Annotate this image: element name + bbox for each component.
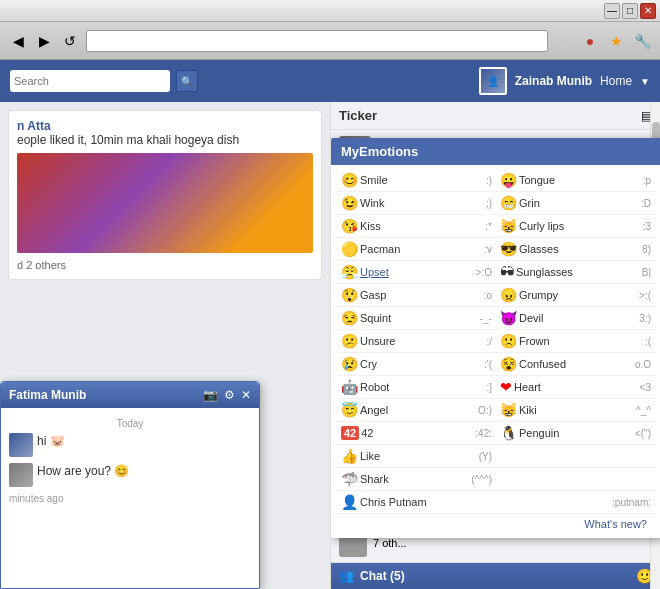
emotion-42[interactable]: 42 42 :42:	[337, 422, 496, 444]
emotion-row-12: 42 42 :42: 🐧 Penguin <(")	[337, 422, 655, 445]
emotion-kiss[interactable]: 😘 Kiss :*	[337, 215, 496, 237]
right-sidebar: Ticker ▤ Steve Grant and Christo Topalev…	[330, 102, 660, 589]
search-button[interactable]: 🔍	[176, 70, 198, 92]
chat-title: Fatima Munib	[9, 388, 86, 402]
emotion-empty2	[496, 468, 655, 490]
chat-date: Today	[9, 418, 251, 429]
chat-header: Fatima Munib 📷 ⚙ ✕	[1, 382, 259, 408]
emotion-row-13: 👍 Like (Y)	[337, 445, 655, 468]
search-input[interactable]	[10, 70, 170, 92]
tongue-label: Tongue	[519, 174, 555, 186]
emotion-cry[interactable]: 😢 Cry :'(	[337, 353, 496, 375]
tongue-code: :p	[643, 175, 651, 186]
feed-post: n Atta eople liked it, 10min ma khali ho…	[8, 110, 322, 280]
emotion-row-9: 😢 Cry :'( 😵 Confused o.O	[337, 353, 655, 376]
emotion-heart[interactable]: ❤ Heart <3	[496, 376, 655, 398]
emotion-grin[interactable]: 😁 Grin :D	[496, 192, 655, 214]
emotion-row-4: 🟡 Pacman :v 😎 Glasses 8)	[337, 238, 655, 261]
chat-avatar-2	[9, 463, 33, 487]
emotion-unsure[interactable]: 😕 Unsure :/	[337, 330, 496, 352]
chat-bar[interactable]: 👥 Chat (5) 🙂	[331, 563, 660, 589]
chat-controls: 📷 ⚙ ✕	[203, 388, 251, 402]
post-image	[17, 153, 313, 253]
main-area: n Atta eople liked it, 10min ma khali ho…	[0, 102, 660, 589]
emotion-grumpy[interactable]: 😠 Grumpy >:(	[496, 284, 655, 306]
ticker-title: Ticker	[339, 108, 377, 123]
chat-close-icon[interactable]: ✕	[241, 388, 251, 402]
back-icon[interactable]: ◀	[8, 31, 28, 51]
emotion-row-5: 😤 Upset >:O 🕶 Sunglasses B|	[337, 261, 655, 284]
emotion-row-11: 😇 Angel O:) 😸 Kiki ^_^	[337, 399, 655, 422]
post-text: eople liked it, 10min ma khali hogeya di…	[17, 133, 313, 147]
emotion-robot[interactable]: 🤖 Robot :]	[337, 376, 496, 398]
emotion-sunglasses[interactable]: 🕶 Sunglasses B|	[496, 261, 655, 283]
avatar: 👤	[479, 67, 507, 95]
emotion-row-6: 😲 Gasp :o 😠 Grumpy >:(	[337, 284, 655, 307]
emotion-row-3: 😘 Kiss :* 😸 Curly lips :3	[337, 215, 655, 238]
wrench-icon[interactable]: 🔧	[632, 31, 652, 51]
username: Zainab Munib	[515, 74, 592, 88]
chat-message-1: hi 🐷	[9, 433, 251, 457]
emotion-wink[interactable]: 😉 Wink ;)	[337, 192, 496, 214]
tongue-emoji-icon: 😛	[500, 172, 517, 188]
emotion-row-1: 😊 Smile :) 😛 Tongue :p	[337, 169, 655, 192]
home-link[interactable]: Home	[600, 74, 632, 88]
user-area: 👤 Zainab Munib Home ▼	[479, 67, 650, 95]
emotion-tongue[interactable]: 😛 Tongue :p	[496, 169, 655, 191]
dropdown-icon[interactable]: ▼	[640, 76, 650, 87]
emotion-kiki[interactable]: 😸 Kiki ^_^	[496, 399, 655, 421]
window-chrome: — □ ✕	[0, 0, 660, 22]
myemotions-title: MyEmotions	[331, 138, 660, 165]
emotion-row-7: 😒 Squint -_- 😈 Devil 3:)	[337, 307, 655, 330]
emotion-pacman[interactable]: 🟡 Pacman :v	[337, 238, 496, 260]
emotion-upset[interactable]: 😤 Upset >:O	[337, 261, 496, 283]
settings-icon[interactable]: ⚙	[224, 388, 235, 402]
emotion-curly-lips[interactable]: 😸 Curly lips :3	[496, 215, 655, 237]
emotion-like[interactable]: 👍 Like (Y)	[337, 445, 496, 467]
sidebar-text-3: 7 oth...	[373, 537, 407, 549]
chat-text-1: hi 🐷	[37, 433, 65, 450]
emotion-devil[interactable]: 😈 Devil 3:)	[496, 307, 655, 329]
emotion-frown[interactable]: 🙁 Frown :(	[496, 330, 655, 352]
video-icon[interactable]: 📷	[203, 388, 218, 402]
browser-toolbar: ◀ ▶ ↺ ☆ ● ★ 🔧	[0, 22, 660, 60]
emotion-shark[interactable]: 🦈 Shark (^^^)	[337, 468, 496, 490]
stop-icon[interactable]: ●	[580, 31, 600, 51]
emotion-empty	[496, 445, 655, 467]
minimize-button[interactable]: —	[604, 3, 620, 19]
forward-icon[interactable]: ▶	[34, 31, 54, 51]
maximize-button[interactable]: □	[622, 3, 638, 19]
emotion-smile[interactable]: 😊 Smile :)	[337, 169, 496, 191]
star-icon[interactable]: ☆	[554, 31, 574, 51]
emotion-confused[interactable]: 😵 Confused o.O	[496, 353, 655, 375]
pig-emoji: 🐷	[50, 434, 65, 448]
close-button[interactable]: ✕	[640, 3, 656, 19]
chat-bar-label: Chat (5)	[360, 569, 405, 583]
emotion-gasp[interactable]: 😲 Gasp :o	[337, 284, 496, 306]
emotion-penguin[interactable]: 🐧 Penguin <(")	[496, 422, 655, 444]
smile-emoji-icon: 😊	[341, 172, 358, 188]
whats-new-link[interactable]: What's new?	[337, 514, 655, 534]
chat-message-2: How are you? 😊	[9, 463, 251, 487]
emotion-chris-putnam[interactable]: 👤 Chris Putnam :putnam:	[337, 491, 655, 513]
smile-code: :)	[486, 175, 492, 186]
smile-emoji: 😊	[114, 464, 129, 478]
chat-body: Today hi 🐷 How are you? 😊 minutes ago	[1, 408, 259, 588]
chat-text-2: How are you? 😊	[37, 463, 129, 480]
post-author: n Atta	[17, 119, 313, 133]
emotion-glasses[interactable]: 😎 Glasses 8)	[496, 238, 655, 260]
address-bar[interactable]	[86, 30, 548, 52]
emotion-row-15: 👤 Chris Putnam :putnam:	[337, 491, 655, 514]
emotions-grid: 😊 Smile :) 😛 Tongue :p 😉 Wink	[331, 165, 660, 538]
emotion-squint[interactable]: 😒 Squint -_-	[337, 307, 496, 329]
refresh-icon[interactable]: ↺	[60, 31, 80, 51]
gold-star-icon[interactable]: ★	[606, 31, 626, 51]
post-likes: d 2 others	[17, 259, 313, 271]
chat-people-icon: 👥	[339, 569, 354, 583]
emotion-row-8: 😕 Unsure :/ 🙁 Frown :(	[337, 330, 655, 353]
myemotions-panel: MyEmotions 😊 Smile :) 😛 Tongue :p	[331, 138, 660, 538]
smile-label: Smile	[360, 174, 388, 186]
emotion-angel[interactable]: 😇 Angel O:)	[337, 399, 496, 421]
emotion-row-2: 😉 Wink ;) 😁 Grin :D	[337, 192, 655, 215]
chat-window: Fatima Munib 📷 ⚙ ✕ Today hi 🐷	[0, 381, 260, 589]
